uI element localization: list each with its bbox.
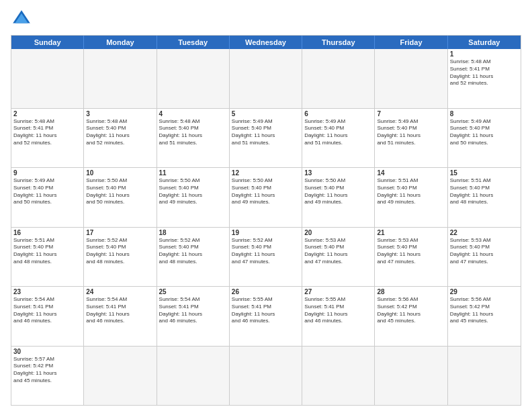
- calendar-cell: 26Sunrise: 5:55 AM Sunset: 5:41 PM Dayli…: [230, 287, 302, 346]
- day-number: 23: [13, 288, 81, 295]
- cell-sun-info: Sunrise: 5:53 AM Sunset: 5:40 PM Dayligh…: [377, 237, 445, 266]
- cell-sun-info: Sunrise: 5:57 AM Sunset: 5:42 PM Dayligh…: [13, 356, 81, 385]
- calendar-cell: 17Sunrise: 5:52 AM Sunset: 5:40 PM Dayli…: [84, 228, 157, 287]
- cell-sun-info: Sunrise: 5:54 AM Sunset: 5:41 PM Dayligh…: [86, 296, 154, 325]
- day-number: 16: [13, 229, 81, 236]
- cell-sun-info: Sunrise: 5:48 AM Sunset: 5:41 PM Dayligh…: [13, 118, 81, 147]
- calendar-cell: [157, 347, 230, 406]
- calendar-cell: 24Sunrise: 5:54 AM Sunset: 5:41 PM Dayli…: [84, 287, 157, 346]
- cell-sun-info: Sunrise: 5:50 AM Sunset: 5:40 PM Dayligh…: [304, 177, 372, 206]
- calendar-cell: 5Sunrise: 5:49 AM Sunset: 5:40 PM Daylig…: [230, 109, 302, 168]
- calendar-cell: [11, 49, 84, 108]
- calendar-cell: 12Sunrise: 5:50 AM Sunset: 5:40 PM Dayli…: [230, 168, 302, 227]
- calendar-body: 1Sunrise: 5:48 AM Sunset: 5:41 PM Daylig…: [11, 49, 521, 405]
- cell-sun-info: Sunrise: 5:48 AM Sunset: 5:40 PM Dayligh…: [86, 118, 154, 147]
- calendar-cell: [448, 347, 521, 406]
- calendar-cell: [230, 49, 302, 108]
- calendar-cell: 23Sunrise: 5:54 AM Sunset: 5:41 PM Dayli…: [11, 287, 84, 346]
- weekday-header: Tuesday: [157, 36, 230, 49]
- cell-sun-info: Sunrise: 5:49 AM Sunset: 5:40 PM Dayligh…: [13, 177, 81, 206]
- calendar-page: SundayMondayTuesdayWednesdayThursdayFrid…: [0, 0, 532, 411]
- weekday-header: Friday: [375, 36, 447, 49]
- cell-sun-info: Sunrise: 5:48 AM Sunset: 5:41 PM Dayligh…: [450, 58, 519, 87]
- day-number: 3: [86, 110, 154, 118]
- cell-sun-info: Sunrise: 5:55 AM Sunset: 5:41 PM Dayligh…: [304, 296, 372, 325]
- calendar-cell: 11Sunrise: 5:50 AM Sunset: 5:40 PM Dayli…: [157, 168, 230, 227]
- calendar-cell: 16Sunrise: 5:51 AM Sunset: 5:40 PM Dayli…: [11, 228, 84, 287]
- calendar-cell: 9Sunrise: 5:49 AM Sunset: 5:40 PM Daylig…: [11, 168, 84, 227]
- cell-sun-info: Sunrise: 5:53 AM Sunset: 5:40 PM Dayligh…: [304, 237, 372, 266]
- day-number: 28: [377, 288, 445, 295]
- calendar-cell: [157, 49, 230, 108]
- calendar-cell: 3Sunrise: 5:48 AM Sunset: 5:40 PM Daylig…: [84, 109, 157, 168]
- header: [11, 8, 521, 30]
- calendar-cell: 19Sunrise: 5:52 AM Sunset: 5:40 PM Dayli…: [230, 228, 302, 287]
- logo-icon: [11, 8, 32, 30]
- calendar-cell: 14Sunrise: 5:51 AM Sunset: 5:40 PM Dayli…: [375, 168, 447, 227]
- day-number: 18: [159, 229, 227, 236]
- calendar-cell: 20Sunrise: 5:53 AM Sunset: 5:40 PM Dayli…: [302, 228, 375, 287]
- cell-sun-info: Sunrise: 5:50 AM Sunset: 5:40 PM Dayligh…: [159, 177, 227, 206]
- calendar-cell: 27Sunrise: 5:55 AM Sunset: 5:41 PM Dayli…: [302, 287, 375, 346]
- cell-sun-info: Sunrise: 5:49 AM Sunset: 5:40 PM Dayligh…: [304, 118, 372, 147]
- weekday-header: Thursday: [302, 36, 375, 49]
- cell-sun-info: Sunrise: 5:50 AM Sunset: 5:40 PM Dayligh…: [232, 177, 300, 206]
- day-number: 26: [232, 288, 300, 295]
- calendar-cell: 2Sunrise: 5:48 AM Sunset: 5:41 PM Daylig…: [11, 109, 84, 168]
- calendar-cell: [84, 49, 157, 108]
- calendar-row: 23Sunrise: 5:54 AM Sunset: 5:41 PM Dayli…: [11, 287, 521, 347]
- day-number: 25: [159, 288, 227, 295]
- day-number: 8: [450, 110, 519, 118]
- calendar-cell: 18Sunrise: 5:52 AM Sunset: 5:40 PM Dayli…: [157, 228, 230, 287]
- day-number: 11: [159, 169, 227, 177]
- day-number: 13: [304, 169, 372, 177]
- cell-sun-info: Sunrise: 5:56 AM Sunset: 5:42 PM Dayligh…: [450, 296, 519, 325]
- day-number: 10: [86, 169, 154, 177]
- cell-sun-info: Sunrise: 5:51 AM Sunset: 5:40 PM Dayligh…: [13, 237, 81, 266]
- calendar-row: 30Sunrise: 5:57 AM Sunset: 5:42 PM Dayli…: [11, 347, 521, 406]
- cell-sun-info: Sunrise: 5:48 AM Sunset: 5:40 PM Dayligh…: [159, 118, 227, 147]
- calendar-cell: 8Sunrise: 5:49 AM Sunset: 5:40 PM Daylig…: [448, 109, 521, 168]
- calendar-cell: 13Sunrise: 5:50 AM Sunset: 5:40 PM Dayli…: [302, 168, 375, 227]
- calendar-header: SundayMondayTuesdayWednesdayThursdayFrid…: [11, 36, 521, 49]
- calendar: SundayMondayTuesdayWednesdayThursdayFrid…: [11, 35, 521, 406]
- logo: [11, 8, 35, 30]
- calendar-cell: 25Sunrise: 5:54 AM Sunset: 5:41 PM Dayli…: [157, 287, 230, 346]
- calendar-cell: 28Sunrise: 5:56 AM Sunset: 5:42 PM Dayli…: [375, 287, 447, 346]
- cell-sun-info: Sunrise: 5:56 AM Sunset: 5:42 PM Dayligh…: [377, 296, 445, 325]
- cell-sun-info: Sunrise: 5:54 AM Sunset: 5:41 PM Dayligh…: [13, 296, 81, 325]
- day-number: 30: [13, 348, 81, 355]
- day-number: 9: [13, 169, 81, 177]
- cell-sun-info: Sunrise: 5:52 AM Sunset: 5:40 PM Dayligh…: [159, 237, 227, 266]
- calendar-row: 9Sunrise: 5:49 AM Sunset: 5:40 PM Daylig…: [11, 168, 521, 228]
- day-number: 21: [377, 229, 445, 236]
- weekday-header: Wednesday: [230, 36, 302, 49]
- cell-sun-info: Sunrise: 5:53 AM Sunset: 5:40 PM Dayligh…: [450, 237, 519, 266]
- cell-sun-info: Sunrise: 5:49 AM Sunset: 5:40 PM Dayligh…: [377, 118, 445, 147]
- cell-sun-info: Sunrise: 5:49 AM Sunset: 5:40 PM Dayligh…: [232, 118, 300, 147]
- weekday-header: Saturday: [448, 36, 521, 49]
- calendar-cell: [84, 347, 157, 406]
- cell-sun-info: Sunrise: 5:52 AM Sunset: 5:40 PM Dayligh…: [86, 237, 154, 266]
- calendar-row: 1Sunrise: 5:48 AM Sunset: 5:41 PM Daylig…: [11, 49, 521, 109]
- calendar-cell: 10Sunrise: 5:50 AM Sunset: 5:40 PM Dayli…: [84, 168, 157, 227]
- day-number: 24: [86, 288, 154, 295]
- day-number: 7: [377, 110, 445, 118]
- weekday-header: Sunday: [11, 36, 84, 49]
- day-number: 1: [450, 50, 519, 58]
- day-number: 27: [304, 288, 372, 295]
- day-number: 4: [159, 110, 227, 118]
- cell-sun-info: Sunrise: 5:54 AM Sunset: 5:41 PM Dayligh…: [159, 296, 227, 325]
- calendar-cell: [375, 347, 447, 406]
- day-number: 12: [232, 169, 300, 177]
- weekday-header: Monday: [84, 36, 157, 49]
- day-number: 29: [450, 288, 519, 295]
- calendar-cell: 22Sunrise: 5:53 AM Sunset: 5:40 PM Dayli…: [448, 228, 521, 287]
- day-number: 19: [232, 229, 300, 236]
- cell-sun-info: Sunrise: 5:51 AM Sunset: 5:40 PM Dayligh…: [377, 177, 445, 206]
- day-number: 17: [86, 229, 154, 236]
- calendar-cell: 4Sunrise: 5:48 AM Sunset: 5:40 PM Daylig…: [157, 109, 230, 168]
- cell-sun-info: Sunrise: 5:51 AM Sunset: 5:40 PM Dayligh…: [450, 177, 519, 206]
- calendar-cell: 21Sunrise: 5:53 AM Sunset: 5:40 PM Dayli…: [375, 228, 447, 287]
- day-number: 15: [450, 169, 519, 177]
